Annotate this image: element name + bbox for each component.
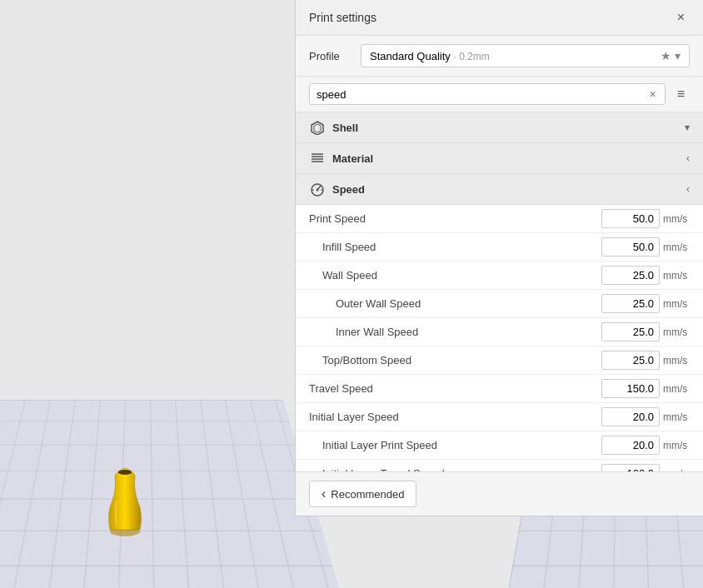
print-settings-panel: Print settings × Profile Standard Qualit… bbox=[295, 0, 703, 516]
setting-row: Initial Layer Print Speedmm/s bbox=[296, 431, 703, 460]
speed-icon bbox=[309, 181, 326, 197]
profile-value: Standard Quality · 0.2mm bbox=[370, 50, 490, 62]
setting-value-input[interactable] bbox=[601, 379, 660, 398]
setting-row: Inner Wall Speedmm/s bbox=[296, 318, 703, 346]
shell-category-name: Shell bbox=[332, 122, 678, 134]
chevron-down-icon[interactable]: ▾ bbox=[675, 49, 681, 62]
svg-marker-3 bbox=[314, 124, 321, 132]
setting-row: Wall Speedmm/s bbox=[296, 262, 703, 290]
panel-header: Print settings × bbox=[296, 0, 703, 36]
setting-row: Initial Layer Speedmm/s bbox=[296, 403, 703, 431]
recommended-chevron-icon: ‹ bbox=[322, 486, 326, 501]
setting-row: Infill Speedmm/s bbox=[296, 233, 703, 262]
setting-unit: mm/s bbox=[663, 355, 690, 366]
setting-unit: mm/s bbox=[663, 411, 690, 423]
setting-unit: mm/s bbox=[663, 383, 690, 395]
setting-row: Initial Layer Travel Speedmm/s bbox=[296, 460, 703, 471]
speed-chevron-icon: ‹ bbox=[686, 183, 690, 195]
search-clear-button[interactable]: × bbox=[647, 87, 657, 101]
profile-icons: ★ ▾ bbox=[661, 49, 681, 62]
setting-row: Top/Bottom Speedmm/s bbox=[296, 346, 703, 375]
setting-name: Initial Layer Travel Speed bbox=[309, 467, 601, 471]
profile-label: Profile bbox=[309, 50, 351, 62]
setting-value-input[interactable] bbox=[601, 436, 660, 455]
profile-dimension: · 0.2mm bbox=[453, 51, 489, 62]
setting-value-input[interactable] bbox=[601, 351, 660, 370]
setting-value-wrapper: mm/s bbox=[601, 407, 690, 426]
panel-title: Print settings bbox=[309, 11, 376, 24]
setting-name: Initial Layer Speed bbox=[309, 411, 601, 423]
search-row: × ≡ bbox=[296, 77, 703, 112]
setting-name: Initial Layer Print Speed bbox=[309, 439, 601, 451]
bottom-bar: ‹ Recommended bbox=[296, 471, 703, 516]
setting-name: Infill Speed bbox=[309, 241, 601, 253]
setting-value-wrapper: mm/s bbox=[601, 322, 690, 341]
setting-value-wrapper: mm/s bbox=[601, 464, 690, 471]
profile-row: Profile Standard Quality · 0.2mm ★ ▾ bbox=[296, 36, 703, 77]
search-wrapper: × bbox=[309, 83, 666, 105]
setting-unit: mm/s bbox=[663, 213, 690, 225]
setting-unit: mm/s bbox=[663, 298, 690, 310]
speed-category-name: Speed bbox=[332, 183, 680, 196]
setting-unit: mm/s bbox=[663, 326, 690, 338]
setting-value-wrapper: mm/s bbox=[601, 209, 690, 228]
material-icon bbox=[309, 150, 326, 167]
shell-chevron-icon: ▾ bbox=[685, 122, 690, 133]
shell-icon bbox=[309, 119, 326, 136]
setting-value-wrapper: mm/s bbox=[601, 351, 690, 370]
setting-name: Print Speed bbox=[309, 212, 601, 225]
setting-unit: mm/s bbox=[663, 242, 690, 253]
setting-name: Outer Wall Speed bbox=[309, 297, 601, 310]
setting-value-input[interactable] bbox=[601, 464, 660, 471]
setting-value-wrapper: mm/s bbox=[601, 379, 690, 398]
setting-value-wrapper: mm/s bbox=[601, 294, 690, 313]
3d-object bbox=[100, 463, 150, 538]
recommended-button[interactable]: ‹ Recommended bbox=[309, 481, 416, 507]
material-chevron-icon: ‹ bbox=[686, 152, 690, 164]
category-shell[interactable]: Shell ▾ bbox=[296, 112, 703, 143]
setting-unit: mm/s bbox=[663, 440, 690, 451]
category-speed[interactable]: Speed ‹ bbox=[296, 174, 703, 205]
svg-point-1 bbox=[118, 470, 132, 475]
setting-row: Print Speedmm/s bbox=[296, 205, 703, 233]
setting-unit: mm/s bbox=[663, 270, 690, 282]
close-button[interactable]: × bbox=[672, 8, 690, 27]
settings-content[interactable]: Shell ▾ Material ‹ bbox=[296, 112, 703, 471]
setting-value-input[interactable] bbox=[601, 266, 660, 285]
category-material[interactable]: Material ‹ bbox=[296, 143, 703, 174]
setting-row: Outer Wall Speedmm/s bbox=[296, 290, 703, 318]
setting-name: Travel Speed bbox=[309, 382, 601, 395]
setting-row: Travel Speedmm/s bbox=[296, 375, 703, 403]
setting-value-input[interactable] bbox=[601, 237, 660, 257]
star-icon[interactable]: ★ bbox=[661, 49, 671, 62]
filter-menu-button[interactable]: ≡ bbox=[672, 83, 690, 105]
setting-name: Inner Wall Speed bbox=[309, 326, 601, 338]
setting-value-wrapper: mm/s bbox=[601, 266, 690, 285]
recommended-label: Recommended bbox=[331, 488, 404, 501]
material-category-name: Material bbox=[332, 152, 680, 165]
setting-name: Wall Speed bbox=[309, 269, 601, 282]
profile-dropdown[interactable]: Standard Quality · 0.2mm ★ ▾ bbox=[361, 44, 690, 67]
search-input[interactable] bbox=[317, 88, 647, 101]
setting-name: Top/Bottom Speed bbox=[309, 354, 601, 366]
svg-point-10 bbox=[317, 189, 319, 192]
setting-unit: mm/s bbox=[663, 468, 690, 472]
svg-marker-2 bbox=[312, 122, 323, 135]
settings-rows: Print Speedmm/sInfill Speedmm/sWall Spee… bbox=[296, 205, 703, 471]
setting-value-wrapper: mm/s bbox=[601, 237, 690, 257]
setting-value-wrapper: mm/s bbox=[601, 436, 690, 455]
setting-value-input[interactable] bbox=[601, 407, 660, 426]
setting-value-input[interactable] bbox=[601, 322, 660, 341]
setting-value-input[interactable] bbox=[601, 294, 660, 313]
setting-value-input[interactable] bbox=[601, 209, 660, 228]
